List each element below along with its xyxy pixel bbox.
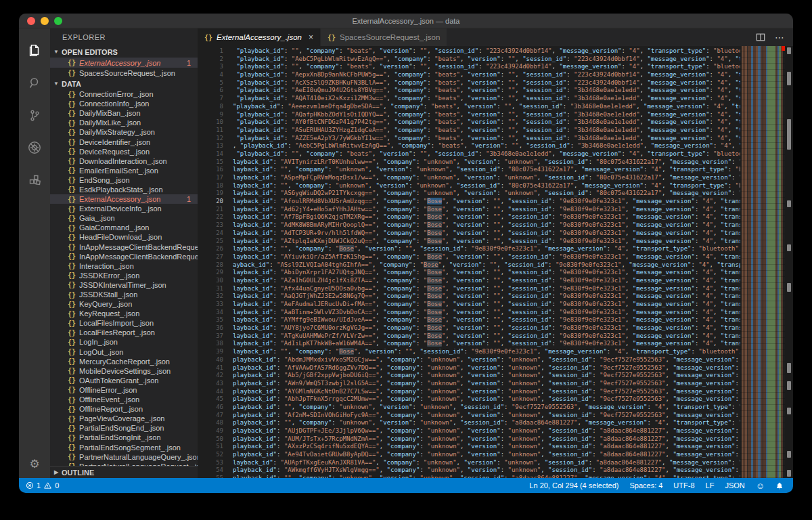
code-line[interactable]: layback_id": "AdTCP3UR+9rv/hlh5lfdWQ==",…: [233, 230, 740, 238]
code-line[interactable]: playback_id": "AYGMlmNGKcNtOnB27C7LSw=="…: [233, 388, 740, 396]
tree-file-item[interactable]: {}DailyMixBan_.json: [50, 108, 198, 118]
encoding-indicator[interactable]: UTF-8: [673, 481, 694, 490]
tree-file-item[interactable]: {}DailyMixLike_.json: [50, 118, 198, 127]
code-line[interactable]: layback_id": "AeFAudmalJERucUvDi+fMA==",…: [233, 301, 740, 309]
code-line[interactable]: "playback_id": "", "company": "beats", "…: [233, 63, 740, 71]
code-line[interactable]: layback_id": "ATgKuUAHMWePrZf/VLVrZw==",…: [233, 332, 740, 341]
code-line[interactable]: playback_id": "Af2nM+SDInVOhGiHoFyc9A=="…: [233, 412, 740, 420]
code-line[interactable]: playback_id": "Ae94TvOaietGRUwB8yApDQ=="…: [233, 451, 740, 459]
code-line[interactable]: layback_id": "", "company": "Bose", "ver…: [233, 245, 740, 253]
settings-gear-icon[interactable]: ⚙: [29, 457, 39, 471]
code-line[interactable]: layback_id": "AfoulRRMd8VbXUSrAmUzqg==",…: [233, 198, 740, 206]
open-editor-item[interactable]: {}SpacesSourceRequest_.json: [50, 68, 198, 78]
tree-file-item[interactable]: {}PageViewCoverage_.json: [50, 414, 198, 423]
code-line[interactable]: playback_id": "AUjDGTPF+JEe/3JjlpV6Qw=="…: [233, 427, 740, 435]
tree-file-item[interactable]: {}EmailerEmailSent_.json: [50, 166, 198, 175]
language-mode[interactable]: JSON: [725, 481, 744, 490]
overview-ruler-scrollbar[interactable]: [785, 46, 793, 478]
code-line[interactable]: layback_id": "AdIiLpKT7hkWB+aW16WM4A==",…: [233, 340, 740, 348]
tree-file-item[interactable]: {}KeyQuery_.json: [50, 299, 198, 309]
notifications-bell-icon[interactable]: [775, 481, 784, 490]
code-line[interactable]: layback_id": "Ad62jY4+eHo5afYHhJAHtw==",…: [233, 206, 740, 214]
code-line[interactable]: "playback_id": "AQafpHKbbZOdY1sOiIQDYQ==…: [233, 111, 740, 119]
line-number-gutter[interactable]: 1234567891011121314151617181920212223242…: [198, 46, 233, 478]
tree-file-item[interactable]: {}PartialEndSongSegment_.json: [50, 442, 198, 452]
minimize-window-button[interactable]: [41, 17, 49, 25]
tree-file-item[interactable]: {}HeadFileDownload_.json: [50, 232, 198, 242]
code-line[interactable]: layback_id": "AbiDynXrpr1FA27UQtgJNQ==",…: [233, 269, 740, 277]
debug-icon[interactable]: [19, 131, 50, 164]
problems-warnings[interactable]: 0: [43, 481, 59, 490]
indentation-indicator[interactable]: Spaces: 4: [629, 481, 662, 490]
tree-file-item[interactable]: {}LocalFilesReport_.json: [50, 328, 198, 337]
code-line[interactable]: playback_id": "", "company": "unknown", …: [233, 404, 740, 412]
tree-file-item[interactable]: {}LogOut_.json: [50, 347, 198, 357]
data-folder-header[interactable]: ▼ DATA: [50, 78, 198, 89]
tree-file-item[interactable]: {}KeyRequest_.json: [50, 309, 198, 318]
explorer-icon[interactable]: [19, 34, 50, 66]
code-line[interactable]: playback_id": "AUM/JTsTx+57RcpMNdNZmA=="…: [233, 435, 740, 443]
tree-file-item[interactable]: {}PartnerNaturalLanguageQuery_.json: [50, 452, 198, 462]
code-line[interactable]: layback_id": "Afx44uaCgnyeU5OOsa0vbg==",…: [233, 285, 740, 293]
code-line[interactable]: ayback_id": "ASsl9ZLVQIaA04tghGIhfA==", …: [233, 261, 740, 269]
code-line[interactable]: layback_id": "AS6ygWiuDQ2wP21TYkcxgg==",…: [233, 190, 740, 198]
tree-file-item[interactable]: {}LocalFilesImport_.json: [50, 318, 198, 328]
minimap[interactable]: [740, 46, 785, 478]
code-line[interactable]: "playback_id": "AcXSzSlQ9ZKBHKuFN3BLlA==…: [233, 79, 740, 87]
code-line[interactable]: "playback_id": "", "company": "beats", "…: [233, 47, 740, 56]
code-line[interactable]: layback_id": "AZaIhG0ULZH4jc1fXi8ZTA==",…: [233, 277, 740, 285]
tab-ExternalAccessory_.json[interactable]: {}ExternalAccessory_.json×: [198, 28, 321, 46]
code-line[interactable]: "playback_id": "AY0fBtCNFDGzP41g7P42tg==…: [233, 118, 740, 127]
code-line[interactable]: layback_id": "AaQJGTjWhZJ3E2w58N6g7Q==",…: [233, 292, 740, 301]
code-area[interactable]: "playback_id": "", "company": "beats", "…: [233, 46, 740, 478]
code-line[interactable]: layback_id": "AaBTinm+5WlvVZ3DvbDoCA==",…: [233, 309, 740, 317]
code-line[interactable]: playback_id": "AbhJpTFknX5rrgqcC2MUmw=="…: [233, 395, 740, 404]
code-line[interactable]: layback_id": "", "company": "Bose", "ver…: [233, 348, 740, 356]
code-line[interactable]: layback_id": "AUY8jyo7C6MU0orzKgVGJg==",…: [233, 324, 740, 332]
code-line[interactable]: layback_id": "", "company": "unknown", "…: [233, 166, 740, 174]
code-line[interactable]: layback_id": "AVITynirzLRrT0KUnhulww==",…: [233, 158, 740, 167]
tree-file-item[interactable]: {}LogIn_.json: [50, 337, 198, 347]
tree-file-item[interactable]: {}DownloadInteraction_.json: [50, 156, 198, 166]
open-editors-header[interactable]: ▼ OPEN EDITORS: [50, 46, 198, 58]
code-line[interactable]: playback_id": "", "company": "unknown", …: [233, 419, 740, 427]
tree-file-item[interactable]: {}ConnectionInfo_.json: [50, 99, 198, 108]
tree-file-item[interactable]: {}InAppMessageClientBackendRequestErro..…: [50, 242, 198, 252]
tree-file-item[interactable]: {}ExternalAccessory_.json1: [50, 194, 198, 204]
tree-file-item[interactable]: {}PartialEndSongEnd_.json: [50, 423, 198, 433]
tree-file-item[interactable]: {}DeviceRequest_.json: [50, 147, 198, 156]
tree-file-item[interactable]: {}DailyMixStrategy_.json: [50, 127, 198, 137]
code-line[interactable]: playback_id": "AWkmgff6VyHJTXsWlgVmgg=="…: [233, 467, 740, 475]
code-line[interactable]: playback_id": "Ab5/jGBf2xppVwjboDU6iQ=="…: [233, 372, 740, 380]
extensions-icon[interactable]: [19, 164, 50, 196]
code-line[interactable]: layback_id": "AZtplqIeKXmjDUWJCkQ2uQ==",…: [233, 238, 740, 246]
feedback-smiley-icon[interactable]: ☺: [756, 481, 765, 491]
code-line[interactable]: layback_id": "Af7BpFBgiQ6K2qjqTM2XRg==",…: [233, 213, 740, 221]
tree-file-item[interactable]: {}MercuryCacheReport_.json: [50, 357, 198, 366]
tree-file-item[interactable]: {}ConnectionError_.json: [50, 89, 198, 99]
code-line[interactable]: layback_id": "AYiuvkiQr/aZ5AfTzK1Shg==",…: [233, 253, 740, 261]
code-line[interactable]: "playback_id": "Aeeezvm1meDfqa4gDbeSDA==…: [233, 103, 740, 111]
problems-errors[interactable]: 1: [26, 481, 41, 490]
tree-file-item[interactable]: {}Interaction_.json: [50, 261, 198, 271]
tree-file-item[interactable]: {}JSSDKIntervalTimer_.json: [50, 280, 198, 290]
code-line[interactable]: layback_id": "AYMffg9eBIWwou/UIdJveA==",…: [233, 316, 740, 324]
tree-file-item[interactable]: {}InAppMessageClientBackendRequestPerf..…: [50, 252, 198, 261]
outline-section-header[interactable]: ▶ OUTLINE: [50, 466, 198, 478]
code-line[interactable]: "playback_id": "", "company": "beats", "…: [233, 150, 740, 158]
eol-indicator[interactable]: LF: [706, 481, 715, 490]
tree-file-item[interactable]: {}ExternalDeviceInfo_.json: [50, 204, 198, 213]
code-line[interactable]: "playback_id": "AQAT410eiX2sKxzi1ZMM3w==…: [233, 95, 740, 103]
code-line[interactable]: "playback_id": "AepxXn8Dp9anNkCFbPUW5g==…: [233, 71, 740, 79]
tree-file-item[interactable]: {}DeviceIdentifier_.json: [50, 137, 198, 146]
tree-file-item[interactable]: {}EndSong_.json: [50, 175, 198, 185]
tree-file-item[interactable]: {}OAuthTokenGrant_.json: [50, 376, 198, 385]
code-line[interactable]: layback_id": "AdMK8W8BmARyMIHrQooplQ==",…: [233, 221, 740, 230]
split-editor-icon[interactable]: [756, 32, 765, 42]
code-line[interactable]: layback_id": "", "company": "unknown", "…: [233, 182, 740, 190]
tree-file-item[interactable]: {}OfflineError_.json: [50, 385, 198, 395]
tree-file-item[interactable]: {}OfflineReport_.json: [50, 404, 198, 414]
code-line[interactable]: layback_id": "AUApfTKxgEeuKAnJXR81VA==",…: [233, 459, 740, 467]
code-line[interactable]: "playback_id": "AebC5PgLbWlmRitwvEzAgQ==…: [233, 56, 740, 64]
code-line[interactable]: playback_id": "", "company": "unknown", …: [233, 475, 740, 478]
